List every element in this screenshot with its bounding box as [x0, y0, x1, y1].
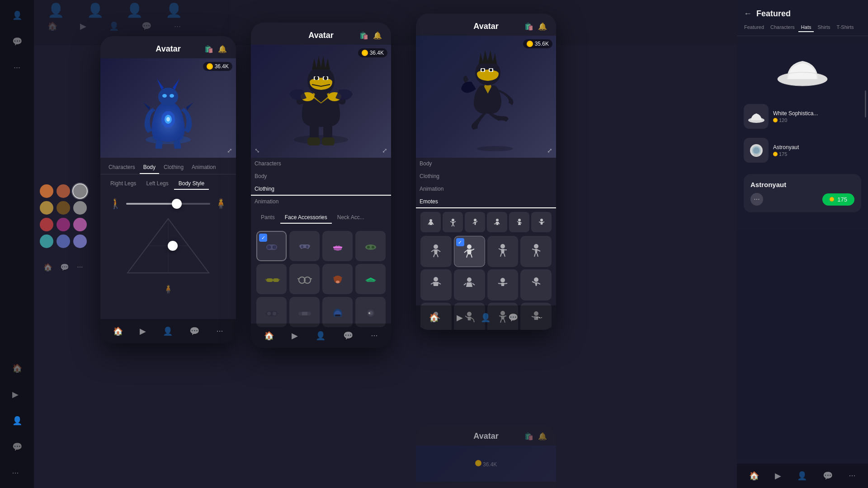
- clothing-item-1[interactable]: ✓: [256, 231, 287, 261]
- center-nav-chat[interactable]: 💬: [340, 329, 357, 343]
- right-nav-play[interactable]: ▶: [453, 311, 467, 324]
- left-panel-home-icon[interactable]: 🏠: [43, 263, 52, 272]
- color-swatch-purple[interactable]: [57, 218, 70, 231]
- emote-lg-3[interactable]: [487, 236, 519, 267]
- left-nav-play[interactable]: ▶: [136, 324, 150, 338]
- emote-3[interactable]: [465, 212, 485, 232]
- tab-body-left[interactable]: Body: [140, 161, 159, 174]
- color-swatch-pink[interactable]: [73, 218, 87, 231]
- nav-home-icon[interactable]: 🏠: [9, 360, 26, 377]
- clothing-item-3[interactable]: [322, 231, 353, 261]
- left-phone-bell-icon[interactable]: 🔔: [218, 45, 227, 53]
- astronaut-more-btn[interactable]: ···: [750, 193, 763, 206]
- body-style-slider-track[interactable]: [126, 203, 210, 205]
- center-nav-more[interactable]: ···: [367, 329, 381, 343]
- left-nav-chat[interactable]: 💬: [186, 324, 203, 338]
- tab-characters-left[interactable]: Characters: [105, 161, 139, 174]
- emote-1[interactable]: [420, 212, 441, 232]
- emote-4[interactable]: [487, 212, 507, 232]
- catalog-nav-more[interactable]: ···: [845, 469, 859, 483]
- nav-people-icon[interactable]: 👤: [9, 412, 26, 429]
- right-nav-avatar[interactable]: 👤: [477, 311, 494, 324]
- body-triangle-area[interactable]: [123, 214, 213, 277]
- slider-thumb[interactable]: [172, 199, 182, 209]
- nav-more-bg[interactable]: ···: [174, 22, 181, 31]
- center-bag-icon[interactable]: 🛍️: [359, 31, 368, 40]
- color-swatch-gray-selected[interactable]: [73, 184, 87, 198]
- catalog-nav-tshirts[interactable]: T-Shirts: [834, 23, 857, 32]
- color-swatch-orange[interactable]: [40, 184, 53, 198]
- catalog-item-astronaut[interactable]: Astronyaut 175: [737, 133, 868, 167]
- color-swatch-teal[interactable]: [40, 235, 53, 248]
- nav-avatar-icon[interactable]: 👤: [9, 7, 26, 24]
- tab-animation-center[interactable]: Animation: [251, 196, 391, 208]
- catalog-back-icon[interactable]: ←: [744, 9, 752, 19]
- emote-lg-7[interactable]: [487, 269, 519, 300]
- left-panel-more-icon[interactable]: ···: [77, 263, 83, 272]
- clothing-item-11[interactable]: [322, 297, 353, 327]
- tab-emotes-right[interactable]: Emotes: [416, 196, 556, 208]
- nav-people-bg[interactable]: 👤: [109, 21, 119, 31]
- clothing-item-10[interactable]: [289, 297, 320, 327]
- subtab-left-legs[interactable]: Left Legs: [142, 178, 173, 190]
- clothing-item-5[interactable]: [256, 264, 287, 294]
- left-nav-avatar[interactable]: 👤: [159, 324, 176, 338]
- nav-message-icon[interactable]: 💬: [9, 438, 26, 455]
- clothing-item-6[interactable]: [289, 264, 320, 294]
- color-swatch-gold[interactable]: [40, 201, 53, 215]
- color-swatch-lavender[interactable]: [73, 235, 87, 248]
- catalog-nav-shirts[interactable]: Shirts: [815, 23, 833, 32]
- catalog-nav-play[interactable]: ▶: [771, 469, 785, 483]
- tab-body-center[interactable]: Body: [251, 170, 391, 183]
- body-triangle-dot[interactable]: [168, 241, 178, 251]
- tab-body-right[interactable]: Body: [416, 158, 556, 170]
- left-panel-chat-icon[interactable]: 💬: [60, 263, 69, 272]
- tab-animation-right[interactable]: Animation: [416, 183, 556, 196]
- nav-dots-icon[interactable]: ···: [9, 465, 26, 481]
- center-bell-icon[interactable]: 🔔: [373, 31, 382, 40]
- center-nav-home[interactable]: 🏠: [260, 329, 278, 343]
- color-swatch-red[interactable]: [40, 218, 53, 231]
- catalog-nav-characters[interactable]: Characters: [768, 23, 797, 32]
- emote-lg-2-selected[interactable]: ✓: [454, 236, 485, 267]
- nav-home-bg[interactable]: 🏠: [47, 21, 57, 31]
- color-swatch-brown[interactable]: [57, 184, 70, 198]
- center-nav-avatar[interactable]: 👤: [312, 329, 329, 343]
- catalog-nav-people[interactable]: 👤: [793, 469, 811, 483]
- color-swatch-blue[interactable]: [57, 235, 70, 248]
- clothing-item-8[interactable]: [355, 264, 386, 294]
- nav-play-icon[interactable]: ▶: [9, 386, 26, 403]
- center-compress-icon[interactable]: ⤡: [255, 147, 260, 154]
- subtab-pants[interactable]: Pants: [256, 212, 279, 224]
- emote-6[interactable]: [531, 212, 552, 232]
- catalog-nav-featured[interactable]: Featured: [741, 23, 767, 32]
- clothing-item-4[interactable]: [355, 231, 386, 261]
- clothing-item-2[interactable]: [289, 231, 320, 261]
- right-nav-more[interactable]: ···: [532, 311, 546, 324]
- emote-lg-8[interactable]: [520, 269, 552, 300]
- color-swatch-dark-brown[interactable]: [57, 201, 70, 215]
- tab-characters-center[interactable]: Characters: [251, 158, 391, 170]
- tab-clothing-right[interactable]: Clothing: [416, 170, 556, 183]
- subtab-face-accessories[interactable]: Face Accessories: [280, 212, 332, 224]
- clothing-item-9[interactable]: [256, 297, 287, 327]
- catalog-nav-chat[interactable]: 💬: [819, 469, 836, 483]
- nav-play-bg[interactable]: ▶: [80, 21, 86, 31]
- clothing-item-12[interactable]: [355, 297, 386, 327]
- nav-more-icon[interactable]: ···: [10, 59, 24, 76]
- subtab-body-style[interactable]: Body Style: [174, 178, 209, 190]
- left-nav-more[interactable]: ···: [212, 324, 226, 338]
- astronaut-buy-btn[interactable]: 175: [822, 193, 854, 206]
- emote-2[interactable]: [443, 212, 463, 232]
- subtab-right-legs[interactable]: Right Legs: [106, 178, 141, 190]
- emote-lg-4[interactable]: [520, 236, 552, 267]
- left-phone-bag-icon[interactable]: 🛍️: [204, 45, 213, 53]
- center-expand-icon[interactable]: ⤢: [382, 147, 387, 154]
- right-expand-icon[interactable]: ⤢: [547, 147, 552, 154]
- right-bell-icon[interactable]: 🔔: [538, 22, 547, 31]
- catalog-item-white-hat[interactable]: White Sophistica... 120: [737, 99, 868, 133]
- emote-5[interactable]: [509, 212, 529, 232]
- right-nav-home[interactable]: 🏠: [425, 311, 443, 324]
- nav-msg-bg[interactable]: 💬: [142, 21, 151, 31]
- emote-lg-1[interactable]: [420, 236, 452, 267]
